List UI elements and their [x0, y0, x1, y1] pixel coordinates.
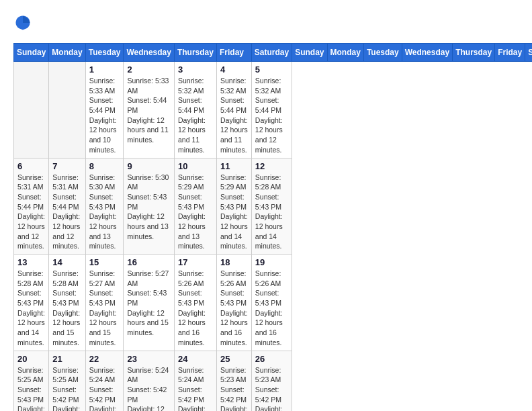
- page-header: [13, 13, 519, 32]
- calendar-cell: 2 Sunrise: 5:33 AM Sunset: 5:44 PM Dayli…: [124, 62, 174, 158]
- daylight-text: Daylight: 12 hours and 10 minutes.: [89, 116, 117, 154]
- col-header-thursday: Thursday: [453, 44, 495, 62]
- day-info: Sunrise: 5:33 AM Sunset: 5:44 PM Dayligh…: [127, 76, 170, 145]
- sunrise-text: Sunrise: 5:24 AM: [178, 366, 204, 384]
- col-header-tuesday: Tuesday: [363, 44, 402, 62]
- day-info: Sunrise: 5:23 AM Sunset: 5:42 PM Dayligh…: [220, 365, 248, 412]
- day-info: Sunrise: 5:32 AM Sunset: 5:44 PM Dayligh…: [255, 76, 288, 155]
- header-monday: Monday: [49, 44, 85, 62]
- calendar-cell: 12 Sunrise: 5:28 AM Sunset: 5:43 PM Dayl…: [251, 158, 292, 255]
- sunset-text: Sunset: 5:42 PM: [255, 385, 281, 404]
- day-number: 2: [127, 64, 170, 75]
- day-info: Sunrise: 5:26 AM Sunset: 5:43 PM Dayligh…: [178, 269, 213, 348]
- daylight-text: Daylight: 12 hours and 15 minutes.: [127, 309, 168, 336]
- sunrise-text: Sunrise: 5:32 AM: [178, 77, 204, 95]
- calendar-cell: 9 Sunrise: 5:30 AM Sunset: 5:43 PM Dayli…: [124, 158, 174, 255]
- sunrise-text: Sunrise: 5:32 AM: [220, 77, 247, 95]
- day-info: Sunrise: 5:25 AM Sunset: 5:42 PM Dayligh…: [52, 365, 81, 412]
- daylight-text: Daylight: 12 hours and 18 minutes.: [220, 405, 248, 411]
- day-info: Sunrise: 5:32 AM Sunset: 5:44 PM Dayligh…: [220, 76, 248, 155]
- calendar-cell: 7 Sunrise: 5:31 AM Sunset: 5:44 PM Dayli…: [49, 158, 85, 255]
- sunset-text: Sunset: 5:44 PM: [52, 193, 79, 211]
- col-header-saturday: Saturday: [525, 44, 532, 62]
- calendar-cell: 18 Sunrise: 5:26 AM Sunset: 5:43 PM Dayl…: [216, 255, 251, 351]
- day-number: 18: [220, 257, 248, 267]
- calendar-cell: 11 Sunrise: 5:29 AM Sunset: 5:43 PM Dayl…: [216, 158, 251, 255]
- daylight-text: Daylight: 12 hours and 16 minutes.: [255, 309, 283, 347]
- day-info: Sunrise: 5:29 AM Sunset: 5:43 PM Dayligh…: [178, 173, 213, 252]
- sunrise-text: Sunrise: 5:32 AM: [255, 77, 281, 95]
- day-info: Sunrise: 5:28 AM Sunset: 5:43 PM Dayligh…: [17, 269, 45, 348]
- calendar-cell: 4 Sunrise: 5:32 AM Sunset: 5:44 PM Dayli…: [216, 62, 251, 158]
- calendar-cell: 21 Sunrise: 5:25 AM Sunset: 5:42 PM Dayl…: [49, 351, 85, 411]
- sunrise-text: Sunrise: 5:29 AM: [220, 173, 247, 191]
- sunset-text: Sunset: 5:43 PM: [220, 289, 247, 307]
- daylight-text: Daylight: 12 hours and 17 minutes.: [52, 405, 80, 411]
- day-info: Sunrise: 5:26 AM Sunset: 5:43 PM Dayligh…: [220, 269, 248, 348]
- sunrise-text: Sunrise: 5:26 AM: [178, 269, 204, 287]
- day-info: Sunrise: 5:24 AM Sunset: 5:42 PM Dayligh…: [127, 365, 170, 412]
- daylight-text: Daylight: 12 hours and 17 minutes.: [17, 405, 45, 411]
- calendar-cell: 26 Sunrise: 5:23 AM Sunset: 5:42 PM Dayl…: [251, 351, 292, 411]
- day-info: Sunrise: 5:32 AM Sunset: 5:44 PM Dayligh…: [178, 76, 213, 155]
- calendar-cell: 10 Sunrise: 5:29 AM Sunset: 5:43 PM Dayl…: [174, 158, 216, 255]
- sunrise-text: Sunrise: 5:24 AM: [127, 366, 169, 384]
- calendar-cell: [14, 62, 49, 158]
- day-number: 26: [255, 354, 288, 364]
- sunset-text: Sunset: 5:43 PM: [127, 193, 167, 211]
- header-wednesday: Wednesday: [124, 44, 174, 62]
- sunset-text: Sunset: 5:42 PM: [89, 385, 116, 404]
- day-info: Sunrise: 5:24 AM Sunset: 5:42 PM Dayligh…: [89, 365, 120, 412]
- calendar-table: SundayMondayTuesdayWednesdayThursdayFrid…: [13, 43, 532, 411]
- day-info: Sunrise: 5:23 AM Sunset: 5:42 PM Dayligh…: [255, 365, 288, 412]
- sunset-text: Sunset: 5:44 PM: [178, 96, 204, 114]
- header-sunday: Sunday: [14, 44, 49, 62]
- sunset-text: Sunset: 5:43 PM: [220, 193, 247, 211]
- sunrise-text: Sunrise: 5:28 AM: [52, 269, 79, 287]
- header-thursday: Thursday: [174, 44, 216, 62]
- day-number: 10: [178, 161, 213, 171]
- sunset-text: Sunset: 5:44 PM: [255, 96, 281, 114]
- day-info: Sunrise: 5:29 AM Sunset: 5:43 PM Dayligh…: [220, 173, 248, 252]
- day-info: Sunrise: 5:27 AM Sunset: 5:43 PM Dayligh…: [127, 269, 170, 338]
- sunrise-text: Sunrise: 5:33 AM: [127, 77, 169, 95]
- calendar-week-row: 13 Sunrise: 5:28 AM Sunset: 5:43 PM Dayl…: [14, 255, 533, 351]
- daylight-text: Daylight: 12 hours and 13 minutes.: [127, 212, 168, 240]
- day-number: 17: [178, 257, 213, 267]
- daylight-text: Daylight: 12 hours and 18 minutes.: [178, 405, 206, 411]
- calendar-cell: 6 Sunrise: 5:31 AM Sunset: 5:44 PM Dayli…: [14, 158, 49, 255]
- sunrise-text: Sunrise: 5:27 AM: [89, 269, 116, 287]
- daylight-text: Daylight: 12 hours and 15 minutes.: [89, 309, 117, 347]
- calendar-cell: 17 Sunrise: 5:26 AM Sunset: 5:43 PM Dayl…: [174, 255, 216, 351]
- sunrise-text: Sunrise: 5:24 AM: [89, 366, 116, 384]
- calendar-cell: 24 Sunrise: 5:24 AM Sunset: 5:42 PM Dayl…: [174, 351, 216, 411]
- daylight-text: Daylight: 12 hours and 12 minutes.: [255, 116, 283, 154]
- calendar-week-row: 20 Sunrise: 5:25 AM Sunset: 5:43 PM Dayl…: [14, 351, 533, 411]
- day-info: Sunrise: 5:28 AM Sunset: 5:43 PM Dayligh…: [255, 173, 288, 252]
- sunrise-text: Sunrise: 5:25 AM: [17, 366, 44, 384]
- sunrise-text: Sunrise: 5:27 AM: [127, 269, 169, 287]
- day-number: 14: [52, 257, 81, 267]
- daylight-text: Daylight: 12 hours and 18 minutes.: [127, 405, 168, 411]
- calendar-cell: 13 Sunrise: 5:28 AM Sunset: 5:43 PM Dayl…: [14, 255, 49, 351]
- day-info: Sunrise: 5:26 AM Sunset: 5:43 PM Dayligh…: [255, 269, 288, 348]
- day-number: 9: [127, 161, 170, 171]
- sunset-text: Sunset: 5:43 PM: [178, 193, 204, 211]
- sunset-text: Sunset: 5:43 PM: [89, 193, 116, 211]
- sunrise-text: Sunrise: 5:31 AM: [52, 173, 79, 191]
- col-header-friday: Friday: [495, 44, 525, 62]
- sunset-text: Sunset: 5:43 PM: [89, 289, 116, 307]
- sunset-text: Sunset: 5:43 PM: [17, 385, 44, 404]
- logo-icon: [13, 13, 32, 32]
- sunset-text: Sunset: 5:44 PM: [220, 96, 247, 114]
- calendar-cell: 19 Sunrise: 5:26 AM Sunset: 5:43 PM Dayl…: [251, 255, 292, 351]
- day-info: Sunrise: 5:24 AM Sunset: 5:42 PM Dayligh…: [178, 365, 213, 412]
- col-header-wednesday: Wednesday: [402, 44, 452, 62]
- sunrise-text: Sunrise: 5:26 AM: [255, 269, 281, 287]
- header-saturday: Saturday: [251, 44, 292, 62]
- header-friday: Friday: [216, 44, 251, 62]
- sunset-text: Sunset: 5:43 PM: [17, 289, 44, 307]
- sunset-text: Sunset: 5:44 PM: [89, 96, 116, 114]
- day-number: 8: [89, 161, 120, 171]
- sunrise-text: Sunrise: 5:30 AM: [89, 173, 116, 191]
